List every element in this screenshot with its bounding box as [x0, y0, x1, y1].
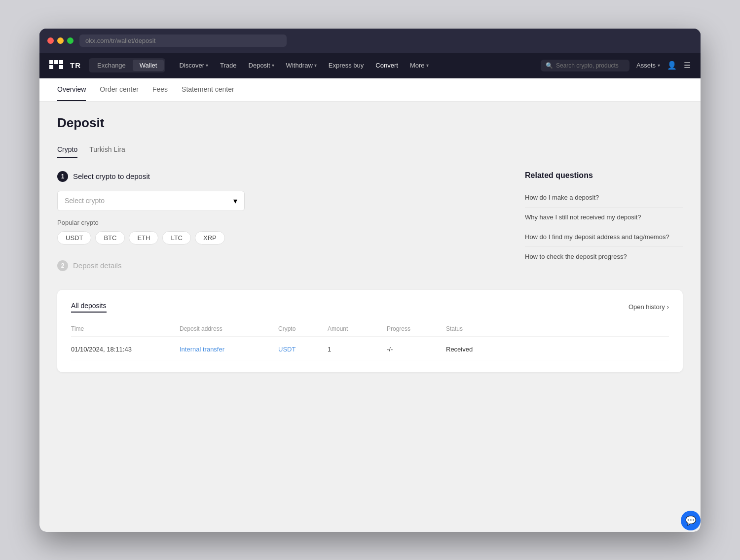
svg-rect-0: [49, 60, 53, 64]
step1-header: 1 Select crypto to deposit: [57, 171, 495, 182]
dropdown-chevron-icon: ▾: [233, 196, 237, 206]
col-progress: Progress: [387, 325, 446, 332]
nav-withdraw[interactable]: Withdraw ▾: [281, 59, 322, 72]
crypto-chip-ltc[interactable]: LTC: [162, 231, 191, 245]
sub-nav: Overview Order center Fees Statement cen…: [39, 78, 701, 102]
chat-icon: 💬: [685, 515, 696, 526]
logo: TR: [49, 60, 81, 71]
chevron-down-icon: ▾: [272, 63, 274, 68]
nav-links: Discover ▾ Trade Deposit ▾ Withdraw ▾ Ex…: [174, 59, 538, 72]
subnav-order-center[interactable]: Order center: [100, 78, 139, 101]
chat-button[interactable]: 💬: [681, 511, 701, 530]
col-time: Time: [71, 325, 180, 332]
cell-time: 01/10/2024, 18:11:43: [71, 346, 180, 353]
page-title: Deposit: [57, 115, 683, 131]
nav-more[interactable]: More ▾: [405, 59, 434, 72]
step1-badge: 1: [57, 171, 68, 182]
step1-title: Select crypto to deposit: [73, 172, 150, 180]
col-crypto: Crypto: [278, 325, 328, 332]
chevron-down-icon: ▾: [658, 63, 660, 68]
cell-address[interactable]: Internal transfer: [180, 346, 278, 353]
address-bar[interactable]: okx.com/tr/wallet/deposit: [79, 35, 287, 47]
left-column: 1 Select crypto to deposit Select crypto…: [57, 171, 495, 280]
step2-title: Deposit details: [73, 261, 121, 270]
cell-crypto: USDT: [278, 346, 328, 353]
deposit-tabs: Crypto Turkish Lira: [57, 141, 683, 158]
page-body: Deposit Crypto Turkish Lira 1 Select cry…: [39, 102, 701, 386]
traffic-lights: [47, 37, 74, 44]
faq-item-4[interactable]: How to check the deposit progress?: [525, 247, 683, 266]
svg-rect-2: [49, 65, 53, 69]
nav-convert[interactable]: Convert: [370, 59, 403, 72]
tab-crypto[interactable]: Crypto: [57, 141, 77, 158]
cell-amount: 1: [328, 346, 387, 353]
cell-progress: -/-: [387, 346, 446, 353]
main-content: Overview Order center Fees Statement cen…: [39, 78, 701, 532]
maximize-button[interactable]: [67, 37, 74, 44]
faq-item-3[interactable]: How do I find my deposit address and tag…: [525, 227, 683, 247]
step2-header: 2 Deposit details: [57, 260, 495, 271]
deposits-card-header: All deposits Open history ›: [71, 302, 669, 313]
cell-status: Received: [446, 346, 495, 353]
tab-turkish-lira[interactable]: Turkish Lira: [89, 141, 125, 158]
chevron-down-icon: ▾: [206, 63, 208, 68]
deposit-content: 1 Select crypto to deposit Select crypto…: [57, 171, 683, 280]
chevron-down-icon: ▾: [314, 63, 317, 68]
nav-express-buy[interactable]: Express buy: [324, 59, 369, 72]
subnav-statement-center[interactable]: Statement center: [182, 78, 234, 101]
table-row: 01/10/2024, 18:11:43 Internal transfer U…: [71, 339, 669, 360]
all-deposits-tab[interactable]: All deposits: [71, 302, 107, 313]
right-column: Related questions How do I make a deposi…: [525, 171, 683, 280]
wallet-toggle[interactable]: Wallet: [133, 60, 164, 71]
nav-right: 🔍 Assets ▾ 👤 ☰: [541, 60, 691, 71]
minimize-button[interactable]: [57, 37, 64, 44]
faq-item-1[interactable]: How do I make a deposit?: [525, 188, 683, 208]
chevron-down-icon: ▾: [426, 63, 429, 68]
related-questions-title: Related questions: [525, 171, 683, 180]
svg-rect-4: [59, 65, 63, 69]
search-input[interactable]: [556, 62, 625, 69]
nav-discover[interactable]: Discover ▾: [174, 59, 213, 72]
faq-item-2[interactable]: Why have I still not received my deposit…: [525, 208, 683, 227]
crypto-chips: USDT BTC ETH LTC XRP: [57, 231, 495, 245]
navbar: TR Exchange Wallet Discover ▾ Trade Depo…: [39, 53, 701, 78]
col-status: Status: [446, 325, 495, 332]
nav-trade[interactable]: Trade: [215, 59, 241, 72]
chevron-right-icon: ›: [667, 303, 669, 311]
user-icon[interactable]: 👤: [667, 61, 677, 70]
crypto-chip-eth[interactable]: ETH: [129, 231, 158, 245]
browser-chrome: okx.com/tr/wallet/deposit: [39, 29, 701, 53]
table-header: Time Deposit address Crypto Amount Progr…: [71, 321, 669, 337]
close-button[interactable]: [47, 37, 54, 44]
logo-text: TR: [70, 61, 81, 70]
exchange-toggle[interactable]: Exchange: [90, 60, 133, 71]
nav-deposit[interactable]: Deposit ▾: [244, 59, 279, 72]
open-history-link[interactable]: Open history ›: [629, 303, 669, 311]
step2-badge: 2: [57, 260, 68, 271]
crypto-chip-usdt[interactable]: USDT: [57, 231, 91, 245]
select-crypto-dropdown[interactable]: Select crypto ▾: [57, 191, 245, 211]
popular-crypto-label: Popular crypto: [57, 219, 495, 226]
svg-rect-3: [59, 60, 63, 64]
col-address: Deposit address: [180, 325, 278, 332]
deposits-card: All deposits Open history › Time Deposit…: [57, 290, 683, 372]
nav-toggle-group: Exchange Wallet: [89, 58, 165, 72]
svg-rect-1: [54, 60, 58, 64]
col-amount: Amount: [328, 325, 387, 332]
search-bar[interactable]: 🔍: [541, 60, 629, 71]
select-crypto-placeholder: Select crypto: [65, 197, 105, 205]
subnav-fees[interactable]: Fees: [152, 78, 168, 101]
menu-icon[interactable]: ☰: [684, 61, 691, 70]
search-icon: 🔍: [546, 62, 553, 69]
subnav-overview[interactable]: Overview: [57, 78, 86, 101]
crypto-chip-xrp[interactable]: XRP: [195, 231, 225, 245]
assets-button[interactable]: Assets ▾: [636, 62, 660, 69]
crypto-chip-btc[interactable]: BTC: [95, 231, 125, 245]
